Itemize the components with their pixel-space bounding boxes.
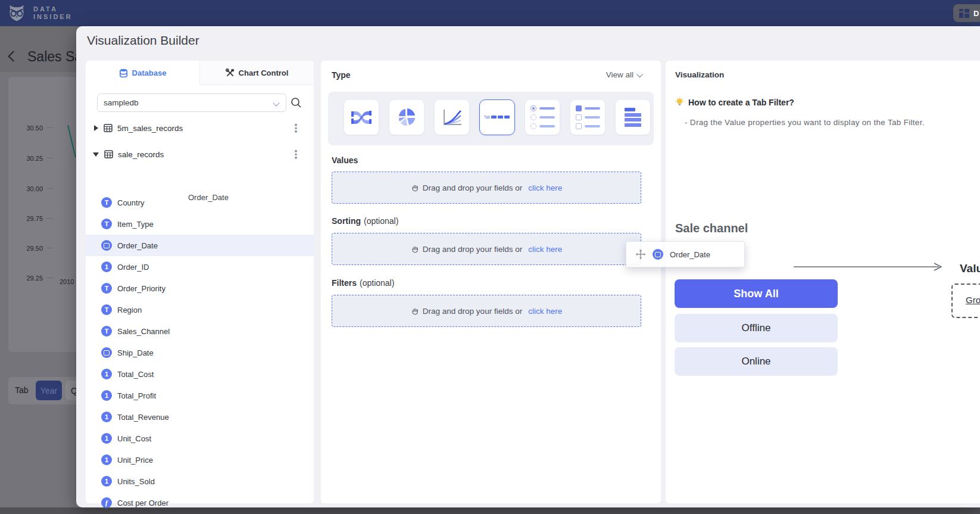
database-panel: Database Chart Control sampledb: [86, 61, 314, 503]
caret-right-icon[interactable]: [94, 125, 98, 131]
chart-type-line[interactable]: [435, 100, 469, 135]
tick-line: [46, 278, 54, 278]
top-navigation-bar: DATA INSIDER D: [0, 0, 980, 26]
filters-section-label: Filters(optional): [332, 278, 394, 288]
text-field-icon: T: [101, 283, 112, 294]
drag-hand-icon: [411, 183, 419, 192]
screen: Sales Sa 30.50 30.25 30.00 29.75 29.50 2…: [0, 0, 980, 514]
values-section-label: Values: [332, 155, 358, 165]
checkbox-list-icon: [576, 105, 600, 129]
search-icon[interactable]: [291, 97, 302, 108]
drag-hand-icon: [411, 307, 419, 315]
chart-type-tab-filter-selected[interactable]: Tab: [479, 99, 515, 135]
y-tick: 30.25: [19, 155, 43, 162]
field-row[interactable]: 1Unit_Price: [86, 449, 314, 471]
database-select[interactable]: sampledb: [97, 94, 286, 112]
y-tick: 29.25: [19, 275, 43, 282]
filters-dropzone[interactable]: Drag and drop your fields or click here: [332, 295, 641, 327]
pie-icon: [397, 108, 416, 127]
field-row-selected[interactable]: Order_Date: [86, 235, 314, 256]
chart-config-panel: Type View all: [321, 61, 661, 503]
visualization-title: Visualization: [675, 70, 724, 79]
view-all-button[interactable]: View all: [606, 70, 643, 79]
tree-node-label: 5m_sales_records: [117, 124, 183, 133]
y-tick: 30.00: [19, 185, 43, 192]
widget-title: Sale channel: [675, 222, 748, 235]
dashboard-button-label: D: [973, 9, 979, 18]
background-chart-card: [8, 77, 76, 352]
annotation-group-box: Gro: [951, 284, 980, 318]
background-line-series: [65, 122, 77, 163]
line-chart-icon: [442, 108, 462, 126]
date-field-icon: [653, 249, 663, 260]
field-row[interactable]: TSales_Channel: [86, 320, 314, 342]
text-field-icon: T: [101, 197, 112, 208]
number-field-icon: 1: [101, 369, 112, 379]
field-row[interactable]: 1Total_Revenue: [86, 406, 314, 428]
period-tab[interactable]: Tab: [15, 385, 29, 395]
field-row[interactable]: 1Order_ID: [86, 256, 314, 278]
move-icon: [635, 249, 646, 260]
chart-type-strip: Tab: [328, 92, 654, 145]
chart-type-radio-list[interactable]: [525, 100, 560, 135]
tab-chart-control[interactable]: Chart Control: [199, 61, 314, 85]
annotation-value-label: Valu: [960, 262, 980, 275]
field-row[interactable]: TRegion: [86, 299, 314, 320]
text-field-icon: T: [101, 304, 112, 315]
sorting-section-label: Sorting(optional): [332, 216, 398, 226]
tree-node-expanded[interactable]: sale_records: [86, 147, 314, 162]
chart-control-icon: [226, 68, 235, 77]
click-here-link[interactable]: click here: [528, 245, 562, 254]
kebab-menu-icon[interactable]: [295, 123, 297, 134]
sankey-icon: [351, 108, 372, 126]
brand-line-1: DATA: [33, 5, 73, 13]
number-field-icon: 1: [101, 261, 112, 272]
field-row[interactable]: Ship_Date: [86, 342, 314, 363]
annotation-group-link[interactable]: Gro: [966, 295, 980, 305]
table-icon: [104, 124, 113, 132]
bulb-icon: [675, 96, 685, 107]
number-field-icon: 1: [101, 476, 112, 487]
x-tick: 2010: [60, 278, 74, 285]
visualization-panel: Visualization How to create a Tab Filter…: [666, 61, 980, 503]
app-logo[interactable]: DATA INSIDER: [6, 2, 73, 24]
click-here-link[interactable]: click here: [528, 183, 562, 192]
y-tick: 29.75: [19, 215, 43, 222]
field-row[interactable]: 1Units_Sold: [86, 471, 314, 492]
chart-type-pie[interactable]: [389, 100, 424, 135]
period-year-button[interactable]: Year: [36, 381, 62, 400]
modal-title: Visualization Builder: [87, 33, 199, 48]
drag-chip-order-date[interactable]: Order_Date: [626, 241, 745, 267]
field-row[interactable]: 1Unit_Cost: [86, 428, 314, 449]
y-tick: 30.50: [19, 124, 43, 132]
field-row[interactable]: 1Total_Cost: [86, 363, 314, 385]
filter-button-offline[interactable]: Offline: [675, 314, 838, 342]
drag-hand-icon: [411, 245, 419, 253]
click-here-link[interactable]: click here: [528, 307, 562, 316]
tree-node-collapsed[interactable]: 5m_sales_records: [86, 120, 314, 136]
tick-line: [46, 127, 54, 128]
caret-down-icon[interactable]: [93, 152, 99, 157]
chart-type-checkbox-list[interactable]: [570, 100, 605, 135]
sorting-dropzone[interactable]: Drag and drop your fields or click here: [332, 233, 641, 265]
panel-tabs: Database Chart Control: [86, 61, 314, 85]
chevron-down-icon: [636, 70, 643, 77]
filter-button-online[interactable]: Online: [675, 347, 838, 376]
dashboard-button[interactable]: D: [953, 4, 980, 22]
drag-ghost-label: Order_Date: [188, 193, 229, 202]
field-row[interactable]: ƒCost per Order: [86, 492, 314, 513]
chart-type-sankey[interactable]: [344, 100, 379, 135]
field-row[interactable]: TOrder_Priority: [86, 278, 314, 299]
kebab-menu-icon[interactable]: [295, 149, 297, 160]
chart-type-table-list[interactable]: [616, 100, 650, 135]
tip-title: How to create a Tab Filter?: [688, 98, 794, 107]
field-row[interactable]: 1Total_Profit: [86, 385, 314, 406]
tick-line: [46, 218, 54, 219]
values-dropzone[interactable]: Drag and drop your fields or click here: [332, 172, 641, 204]
tab-database[interactable]: Database: [86, 61, 199, 85]
radio-list-icon: [530, 105, 555, 129]
tick-line: [46, 158, 54, 158]
filter-button-show-all[interactable]: Show All: [675, 279, 838, 308]
field-row[interactable]: TItem_Type: [86, 213, 314, 235]
tick-line: [46, 188, 54, 189]
